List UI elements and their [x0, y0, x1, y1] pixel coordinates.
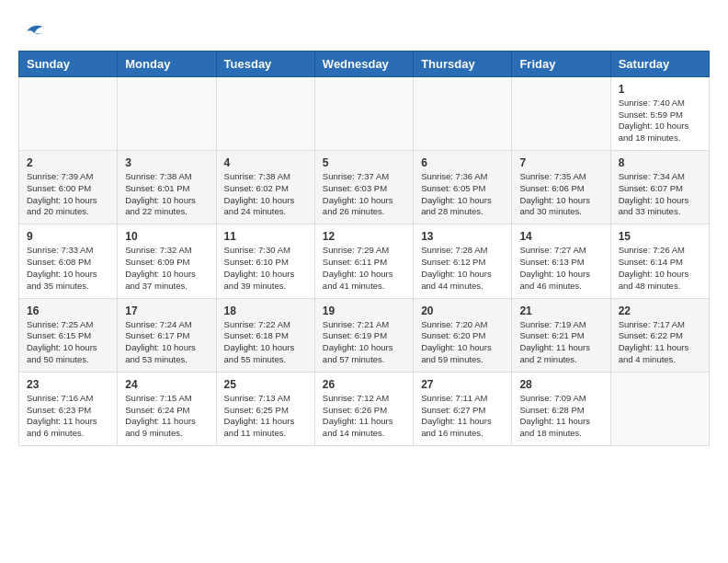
calendar-cell: 16Sunrise: 7:25 AM Sunset: 6:15 PM Dayli…: [19, 298, 118, 372]
day-info: Sunrise: 7:38 AM Sunset: 6:01 PM Dayligh…: [125, 171, 208, 218]
calendar-cell: [216, 76, 314, 150]
calendar-cell: 27Sunrise: 7:11 AM Sunset: 6:27 PM Dayli…: [414, 372, 512, 445]
day-number: 18: [224, 304, 307, 317]
day-number: 9: [27, 230, 109, 243]
day-info: Sunrise: 7:36 AM Sunset: 6:05 PM Dayligh…: [421, 171, 504, 218]
day-number: 11: [224, 230, 307, 243]
day-info: Sunrise: 7:22 AM Sunset: 6:18 PM Dayligh…: [224, 319, 307, 366]
weekday-header-saturday: Saturday: [610, 51, 709, 76]
day-info: Sunrise: 7:09 AM Sunset: 6:28 PM Dayligh…: [519, 393, 602, 440]
weekday-header-wednesday: Wednesday: [314, 51, 413, 76]
calendar-cell: 11Sunrise: 7:30 AM Sunset: 6:10 PM Dayli…: [216, 224, 314, 298]
day-info: Sunrise: 7:38 AM Sunset: 6:02 PM Dayligh…: [224, 171, 307, 218]
day-number: 22: [619, 304, 701, 317]
day-info: Sunrise: 7:35 AM Sunset: 6:06 PM Dayligh…: [519, 171, 602, 218]
calendar-cell: 3Sunrise: 7:38 AM Sunset: 6:01 PM Daylig…: [118, 151, 216, 224]
day-info: Sunrise: 7:25 AM Sunset: 6:15 PM Dayligh…: [27, 319, 109, 366]
day-info: Sunrise: 7:15 AM Sunset: 6:24 PM Dayligh…: [125, 393, 208, 440]
day-number: 3: [125, 156, 208, 169]
day-number: 21: [519, 304, 602, 317]
calendar-cell: 12Sunrise: 7:29 AM Sunset: 6:11 PM Dayli…: [314, 224, 413, 298]
day-info: Sunrise: 7:19 AM Sunset: 6:21 PM Dayligh…: [519, 319, 602, 366]
day-number: 7: [519, 156, 602, 169]
day-number: 15: [619, 230, 701, 243]
day-info: Sunrise: 7:17 AM Sunset: 6:22 PM Dayligh…: [619, 319, 701, 366]
day-info: Sunrise: 7:39 AM Sunset: 6:00 PM Dayligh…: [27, 171, 109, 218]
calendar-cell: 1Sunrise: 7:40 AM Sunset: 5:59 PM Daylig…: [610, 76, 709, 150]
day-info: Sunrise: 7:32 AM Sunset: 6:09 PM Dayligh…: [125, 245, 208, 292]
day-info: Sunrise: 7:29 AM Sunset: 6:11 PM Dayligh…: [323, 245, 405, 292]
day-info: Sunrise: 7:30 AM Sunset: 6:10 PM Dayligh…: [224, 245, 307, 292]
calendar-cell: 19Sunrise: 7:21 AM Sunset: 6:19 PM Dayli…: [314, 298, 413, 372]
calendar-cell: [610, 372, 709, 445]
day-number: 24: [125, 378, 208, 391]
day-number: 23: [27, 378, 109, 391]
calendar-cell: 13Sunrise: 7:28 AM Sunset: 6:12 PM Dayli…: [414, 224, 512, 298]
weekday-header-sunday: Sunday: [19, 51, 118, 76]
weekday-header-tuesday: Tuesday: [216, 51, 314, 76]
day-info: Sunrise: 7:21 AM Sunset: 6:19 PM Dayligh…: [323, 319, 405, 366]
day-number: 25: [224, 378, 307, 391]
day-number: 6: [421, 156, 504, 169]
calendar-cell: 4Sunrise: 7:38 AM Sunset: 6:02 PM Daylig…: [216, 151, 314, 224]
day-number: 27: [421, 378, 504, 391]
day-info: Sunrise: 7:26 AM Sunset: 6:14 PM Dayligh…: [619, 245, 701, 292]
calendar-cell: 17Sunrise: 7:24 AM Sunset: 6:17 PM Dayli…: [118, 298, 216, 372]
calendar-week-row: 16Sunrise: 7:25 AM Sunset: 6:15 PM Dayli…: [19, 298, 710, 372]
calendar-cell: [512, 76, 610, 150]
calendar-week-row: 9Sunrise: 7:33 AM Sunset: 6:08 PM Daylig…: [19, 224, 710, 298]
day-number: 16: [27, 304, 109, 317]
calendar-cell: [19, 76, 118, 150]
calendar-cell: 14Sunrise: 7:27 AM Sunset: 6:13 PM Dayli…: [512, 224, 610, 298]
day-info: Sunrise: 7:40 AM Sunset: 5:59 PM Dayligh…: [619, 98, 701, 144]
day-number: 2: [27, 156, 109, 169]
day-info: Sunrise: 7:34 AM Sunset: 6:07 PM Dayligh…: [619, 171, 701, 218]
calendar-cell: 8Sunrise: 7:34 AM Sunset: 6:07 PM Daylig…: [610, 151, 709, 224]
calendar-cell: [118, 76, 216, 150]
calendar-cell: [414, 76, 512, 150]
day-info: Sunrise: 7:37 AM Sunset: 6:03 PM Dayligh…: [323, 171, 405, 218]
logo: [18, 18, 46, 41]
day-info: Sunrise: 7:13 AM Sunset: 6:25 PM Dayligh…: [224, 393, 307, 440]
day-info: Sunrise: 7:28 AM Sunset: 6:12 PM Dayligh…: [421, 245, 504, 292]
logo-bird-icon: [20, 21, 46, 41]
calendar-cell: [314, 76, 413, 150]
calendar-cell: 24Sunrise: 7:15 AM Sunset: 6:24 PM Dayli…: [118, 372, 216, 445]
day-info: Sunrise: 7:27 AM Sunset: 6:13 PM Dayligh…: [519, 245, 602, 292]
day-number: 12: [323, 230, 405, 243]
day-number: 19: [323, 304, 405, 317]
calendar-cell: 5Sunrise: 7:37 AM Sunset: 6:03 PM Daylig…: [314, 151, 413, 224]
day-info: Sunrise: 7:33 AM Sunset: 6:08 PM Dayligh…: [27, 245, 109, 292]
calendar-cell: 18Sunrise: 7:22 AM Sunset: 6:18 PM Dayli…: [216, 298, 314, 372]
weekday-header-monday: Monday: [118, 51, 216, 76]
day-info: Sunrise: 7:12 AM Sunset: 6:26 PM Dayligh…: [323, 393, 405, 440]
calendar-cell: 22Sunrise: 7:17 AM Sunset: 6:22 PM Dayli…: [610, 298, 709, 372]
day-number: 8: [619, 156, 701, 169]
calendar-cell: 21Sunrise: 7:19 AM Sunset: 6:21 PM Dayli…: [512, 298, 610, 372]
weekday-header-friday: Friday: [512, 51, 610, 76]
calendar-header-row: SundayMondayTuesdayWednesdayThursdayFrid…: [19, 51, 710, 76]
calendar-cell: 26Sunrise: 7:12 AM Sunset: 6:26 PM Dayli…: [314, 372, 413, 445]
day-number: 17: [125, 304, 208, 317]
day-number: 26: [323, 378, 405, 391]
day-number: 1: [619, 83, 701, 96]
day-number: 13: [421, 230, 504, 243]
day-info: Sunrise: 7:11 AM Sunset: 6:27 PM Dayligh…: [421, 393, 504, 440]
day-number: 20: [421, 304, 504, 317]
calendar-cell: 28Sunrise: 7:09 AM Sunset: 6:28 PM Dayli…: [512, 372, 610, 445]
day-info: Sunrise: 7:16 AM Sunset: 6:23 PM Dayligh…: [27, 393, 109, 440]
day-number: 5: [323, 156, 405, 169]
calendar-cell: 15Sunrise: 7:26 AM Sunset: 6:14 PM Dayli…: [610, 224, 709, 298]
day-number: 14: [519, 230, 602, 243]
calendar-cell: 20Sunrise: 7:20 AM Sunset: 6:20 PM Dayli…: [414, 298, 512, 372]
day-info: Sunrise: 7:24 AM Sunset: 6:17 PM Dayligh…: [125, 319, 208, 366]
day-number: 10: [125, 230, 208, 243]
day-number: 28: [519, 378, 602, 391]
day-number: 4: [224, 156, 307, 169]
calendar-week-row: 2Sunrise: 7:39 AM Sunset: 6:00 PM Daylig…: [19, 151, 710, 224]
calendar-week-row: 23Sunrise: 7:16 AM Sunset: 6:23 PM Dayli…: [19, 372, 710, 445]
page-header: [18, 18, 710, 41]
calendar-cell: 10Sunrise: 7:32 AM Sunset: 6:09 PM Dayli…: [118, 224, 216, 298]
calendar-table: SundayMondayTuesdayWednesdayThursdayFrid…: [18, 51, 710, 446]
weekday-header-thursday: Thursday: [414, 51, 512, 76]
